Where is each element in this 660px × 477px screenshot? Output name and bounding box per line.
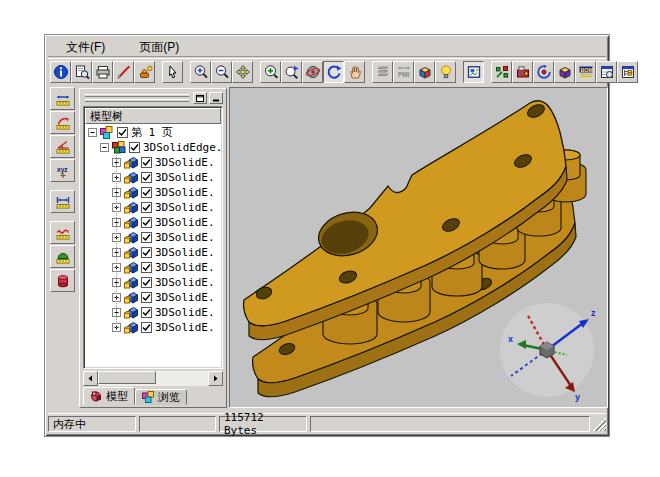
menu-page[interactable]: 页面(P) (135, 38, 183, 57)
expand-icon[interactable] (112, 203, 121, 212)
palette-maximize-button[interactable] (193, 92, 207, 104)
palette-minimize-button[interactable] (209, 92, 223, 104)
redline-button[interactable] (113, 61, 134, 83)
tree-part-row[interactable]: 3DSolidE. (84, 305, 222, 320)
part-checkbox[interactable] (141, 187, 152, 198)
info-button[interactable] (50, 61, 71, 83)
tree-part-label[interactable]: 3DSolidE. (155, 156, 215, 169)
update-button[interactable] (533, 61, 554, 83)
view-cube-button[interactable] (414, 61, 435, 83)
solid-button[interactable] (554, 61, 575, 83)
expand-icon[interactable] (112, 248, 121, 257)
tree-part-label[interactable]: 3DSolidE. (155, 276, 215, 289)
zoom-out-button[interactable] (211, 61, 232, 83)
tree-part-row[interactable]: 3DSolidE. (84, 200, 222, 215)
report-button[interactable] (596, 61, 617, 83)
menu-file[interactable]: 文件(F) (62, 38, 109, 57)
measure-distance-button[interactable] (50, 87, 75, 110)
collapse-icon[interactable] (88, 128, 97, 137)
part-checkbox[interactable] (141, 157, 152, 168)
scrollbar-track[interactable] (98, 371, 208, 386)
tree-part-row[interactable]: 3DSolidE. (84, 185, 222, 200)
tree-part-label[interactable]: 3DSolidE. (155, 261, 215, 274)
part-checkbox[interactable] (141, 262, 152, 273)
tree-part-row[interactable]: 3DSolidE. (84, 320, 222, 335)
part-checkbox[interactable] (141, 277, 152, 288)
measure-coordinate-button[interactable]: xyz (50, 159, 75, 182)
expand-icon[interactable] (112, 308, 121, 317)
select-button[interactable] (162, 61, 183, 83)
measure-curve-button[interactable] (50, 221, 75, 244)
measure-radius-button[interactable] (50, 111, 75, 134)
tree-view-button[interactable] (617, 61, 638, 83)
tree-part-label[interactable]: 3DSolidE. (155, 216, 215, 229)
rotate-button[interactable] (323, 61, 344, 83)
expand-icon[interactable] (112, 278, 121, 287)
expand-icon[interactable] (112, 263, 121, 272)
cad-model-canvas[interactable]: z y x (230, 88, 608, 408)
tree-part-row[interactable]: 3DSolidE. (84, 170, 222, 185)
scroll-right-button[interactable] (208, 371, 223, 386)
zoom-window-button[interactable] (260, 61, 281, 83)
tree-part-row[interactable]: 3DSolidE. (84, 260, 222, 275)
tree-page-row[interactable]: 第 1 页 (84, 125, 222, 140)
viewport-3d[interactable]: z y x (229, 87, 608, 408)
measure-volume-button[interactable] (50, 269, 75, 292)
part-checkbox[interactable] (141, 322, 152, 333)
tree-assembly-row[interactable]: 3DSolidEdge. (84, 140, 222, 155)
part-checkbox[interactable] (141, 307, 152, 318)
bom-button[interactable]: BOM (575, 61, 596, 83)
dynamic-zoom-button[interactable] (281, 61, 302, 83)
explode-button[interactable] (491, 61, 512, 83)
part-checkbox[interactable] (141, 232, 152, 243)
tree-part-row[interactable]: 3DSolidE. (84, 155, 222, 170)
expand-icon[interactable] (112, 323, 121, 332)
part-checkbox[interactable] (141, 292, 152, 303)
tree-assembly-label[interactable]: 3DSolidEdge. (143, 141, 222, 154)
hand-pan-button[interactable] (344, 61, 365, 83)
page-checkbox[interactable] (117, 127, 128, 138)
tab-browse[interactable]: 浏览 (135, 389, 187, 405)
light-button[interactable] (435, 61, 456, 83)
tree-part-label[interactable]: 3DSolidE. (155, 186, 215, 199)
expand-icon[interactable] (112, 293, 121, 302)
measure-area-button[interactable] (50, 245, 75, 268)
tree-part-row[interactable]: 3DSolidE. (84, 230, 222, 245)
pan-button[interactable] (232, 61, 253, 83)
tree-part-label[interactable]: 3DSolidE. (155, 231, 215, 244)
tree-part-label[interactable]: 3DSolidE. (155, 321, 215, 334)
part-checkbox[interactable] (141, 172, 152, 183)
tree-part-label[interactable]: 3DSolidE. (155, 171, 215, 184)
tree-part-label[interactable]: 3DSolidE. (155, 306, 215, 319)
palette-gripper[interactable] (85, 94, 189, 97)
scrollbar-thumb[interactable] (98, 371, 156, 384)
measure-span-button[interactable] (50, 190, 75, 213)
expand-icon[interactable] (112, 233, 121, 242)
resize-grip[interactable] (593, 418, 606, 431)
part-checkbox[interactable] (141, 217, 152, 228)
part-checkbox[interactable] (141, 202, 152, 213)
stamp-button[interactable] (134, 61, 155, 83)
expand-icon[interactable] (112, 173, 121, 182)
tab-browse-label[interactable]: 浏览 (158, 390, 180, 405)
tree-part-row[interactable]: 3DSolidE. (84, 245, 222, 260)
palette-header[interactable] (83, 92, 223, 105)
tree-horizontal-scrollbar[interactable] (83, 371, 223, 386)
tree-part-label[interactable]: 3DSolidE. (155, 201, 215, 214)
part-checkbox[interactable] (141, 247, 152, 258)
expand-icon[interactable] (112, 158, 121, 167)
print-button[interactable] (92, 61, 113, 83)
tree-part-row[interactable]: 3DSolidE. (84, 275, 222, 290)
expand-icon[interactable] (112, 218, 121, 227)
expand-icon[interactable] (112, 188, 121, 197)
zoom-in-button[interactable] (190, 61, 211, 83)
orbit-button[interactable] (302, 61, 323, 83)
tab-model[interactable]: 模型 (83, 387, 135, 405)
tab-model-label[interactable]: 模型 (106, 389, 128, 404)
palette-gripper[interactable] (85, 99, 189, 102)
tree-part-row[interactable]: 3DSolidE. (84, 290, 222, 305)
measure-angle-button[interactable] (50, 135, 75, 158)
scroll-left-button[interactable] (83, 371, 98, 386)
image-mode-button[interactable] (463, 61, 484, 83)
collapse-icon[interactable] (100, 143, 109, 152)
